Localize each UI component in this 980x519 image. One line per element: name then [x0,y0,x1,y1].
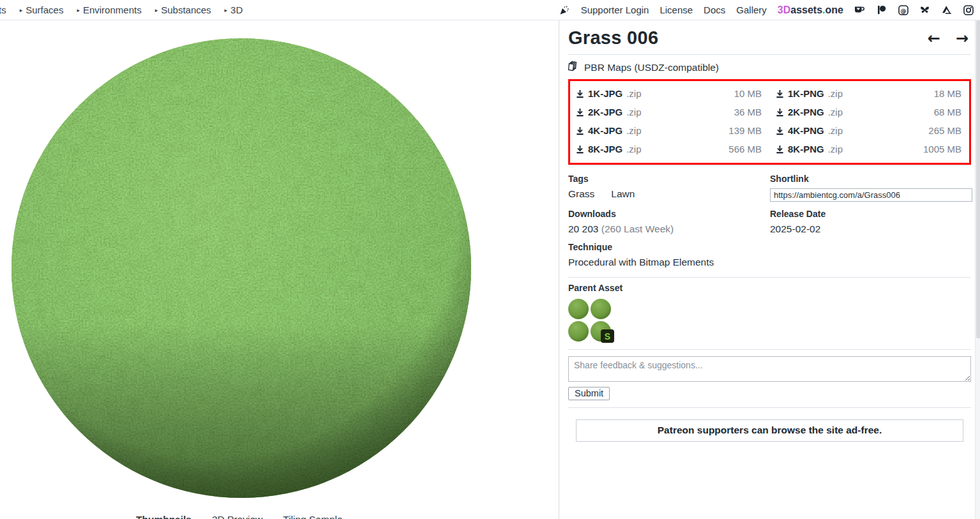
gallery-link[interactable]: Gallery [736,4,767,15]
download-4k-jpg-button[interactable]: 4K-JPG .zip [576,125,642,136]
download-cell: 8K-JPG .zip 566 MB [576,140,762,158]
celebration-icon [559,4,570,15]
shortlink-label: Shortlink [770,174,972,184]
download-ext: .zip [626,125,641,136]
pbr-maps-heading: PBR Maps (USDZ-compatible) [584,62,719,73]
download-icon [776,126,784,135]
shortlink-field: Shortlink [770,174,972,202]
download-label: 2K-JPG [588,107,622,117]
tab-3d-preview[interactable]: 3D Preview [212,514,262,519]
vertical-scrollbar[interactable] [975,20,980,519]
download-label: 1K-JPG [588,88,622,99]
tab-thumbnails[interactable]: Thumbnails [136,514,192,519]
submit-button[interactable]: Submit [568,387,610,400]
download-ext: .zip [828,107,843,117]
download-ext: .zip [828,125,843,136]
parent-asset-thumbnail[interactable]: S [568,299,612,342]
download-1k-png-button[interactable]: 1K-PNG .zip [776,88,843,99]
3dassets-one-link[interactable]: 3Dassets.one [778,4,843,16]
tag-lawn[interactable]: Lawn [611,188,635,200]
download-cell: 4K-JPG .zip 139 MB [576,121,762,140]
nav-left-group: ts ▸ Surfaces ▸ Environments ▸ Substance… [0,4,243,15]
mastodon-icon[interactable]: @ [898,4,908,15]
next-asset-button[interactable]: → [956,31,969,46]
download-1k-jpg-button[interactable]: 1K-JPG .zip [576,88,642,99]
menu-arrow-icon: ▸ [20,7,23,13]
nav-item-label: Substances [161,4,211,15]
download-label: 1K-PNG [788,88,824,99]
technique-field: Technique Procedural with Bitmap Element… [568,242,770,268]
download-highlight-box: 1K-JPG .zip 10 MB 1K-PNG .zip 18 MB 2K-J… [568,79,971,165]
shortlink-input[interactable] [770,188,972,202]
download-label: 8K-JPG [588,144,622,154]
patreon-ad-free-banner[interactable]: Patreon supporters can browse the site a… [576,419,963,442]
nav-item-substances[interactable]: ▸ Substances [155,4,211,15]
nav-item-label: ts [0,4,6,15]
material-preview-sphere[interactable] [11,38,471,498]
download-icon [576,89,584,98]
artstation-icon[interactable] [941,4,952,15]
download-ext: .zip [828,144,843,154]
pbr-maps-icon [568,61,579,74]
download-size: 265 MB [928,125,961,136]
download-2k-png-button[interactable]: 2K-PNG .zip [776,107,843,117]
download-label: 8K-PNG [788,144,824,154]
download-icon [576,126,584,135]
docs-link[interactable]: Docs [704,4,725,15]
download-icon [576,108,584,117]
nav-item-environments[interactable]: ▸ Environments [77,4,141,15]
downloads-count: 20 203 [568,223,598,234]
top-navigation-bar: ts ▸ Surfaces ▸ Environments ▸ Substance… [0,0,980,20]
parent-asset-section: Parent Asset S [568,278,971,349]
patreon-icon[interactable] [876,4,887,15]
download-size: 18 MB [934,88,961,99]
release-date-field: Release Date 2025-02-02 [770,209,972,235]
tab-tiling-sample[interactable]: Tiling Sample [283,514,342,519]
license-link[interactable]: License [660,4,693,15]
download-8k-jpg-button[interactable]: 8K-JPG .zip [576,144,642,154]
grass-sphere-render [11,38,471,498]
instagram-icon[interactable] [963,4,974,15]
download-2k-jpg-button[interactable]: 2K-JPG .zip [576,107,642,117]
download-cell: 8K-PNG .zip 1005 MB [776,140,961,158]
menu-arrow-icon: ▸ [225,7,228,13]
feedback-textarea[interactable] [568,356,971,382]
download-label: 2K-PNG [788,107,824,117]
parent-sphere-preview [568,321,589,342]
divider [568,407,971,408]
download-ext: .zip [626,88,641,99]
tags-label: Tags [568,174,770,184]
technique-label: Technique [568,242,770,252]
technique-value: Procedural with Bitmap Elements [568,257,770,268]
bluesky-icon[interactable] [919,4,930,15]
release-date-value: 2025-02-02 [770,223,972,235]
nav-item-assets-partial[interactable]: ts [0,4,6,15]
download-cell: 2K-JPG .zip 36 MB [576,103,762,121]
downloads-last-week: (260 Last Week) [601,223,674,234]
download-8k-png-button[interactable]: 8K-PNG .zip [776,144,843,154]
nav-item-label: Surfaces [26,4,63,15]
downloads-field: Downloads 20 203 (260 Last Week) [568,209,770,235]
kofi-icon[interactable] [854,4,865,15]
nav-item-3d[interactable]: ▸ 3D [225,4,243,15]
tag-grass[interactable]: Grass [568,188,594,200]
scrollbar-thumb[interactable] [976,20,980,338]
download-cell: 1K-PNG .zip 18 MB [776,84,961,103]
nav-right-group: Supporter Login License Docs Gallery 3Da… [559,4,974,16]
download-icon [776,89,784,98]
download-label: 4K-JPG [588,125,622,136]
tags-field: Tags Grass Lawn [568,174,770,202]
download-cell: 1K-JPG .zip 10 MB [576,84,762,103]
download-cell: 2K-PNG .zip 68 MB [776,103,961,121]
download-size: 139 MB [728,125,762,136]
download-size: 68 MB [934,107,961,117]
download-label: 4K-PNG [788,125,824,136]
download-4k-png-button[interactable]: 4K-PNG .zip [776,125,843,136]
nav-item-surfaces[interactable]: ▸ Surfaces [20,4,64,15]
download-ext: .zip [828,88,843,99]
menu-arrow-icon: ▸ [155,7,158,13]
previous-asset-button[interactable]: ← [928,31,940,46]
supporter-login-link[interactable]: Supporter Login [581,4,649,15]
svg-text:@: @ [900,6,907,13]
brand-part: assets [790,4,822,15]
